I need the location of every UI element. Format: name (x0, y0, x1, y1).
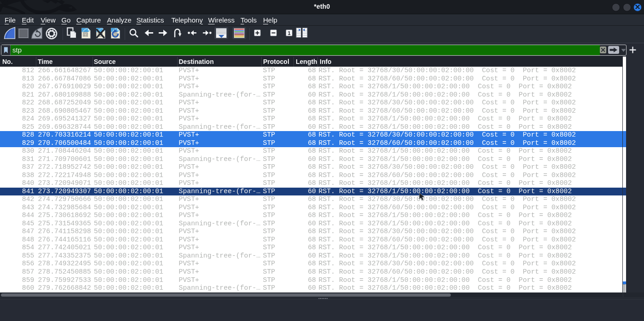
svg-text:1: 1 (288, 30, 290, 36)
svg-text:0111: 0111 (83, 35, 88, 37)
